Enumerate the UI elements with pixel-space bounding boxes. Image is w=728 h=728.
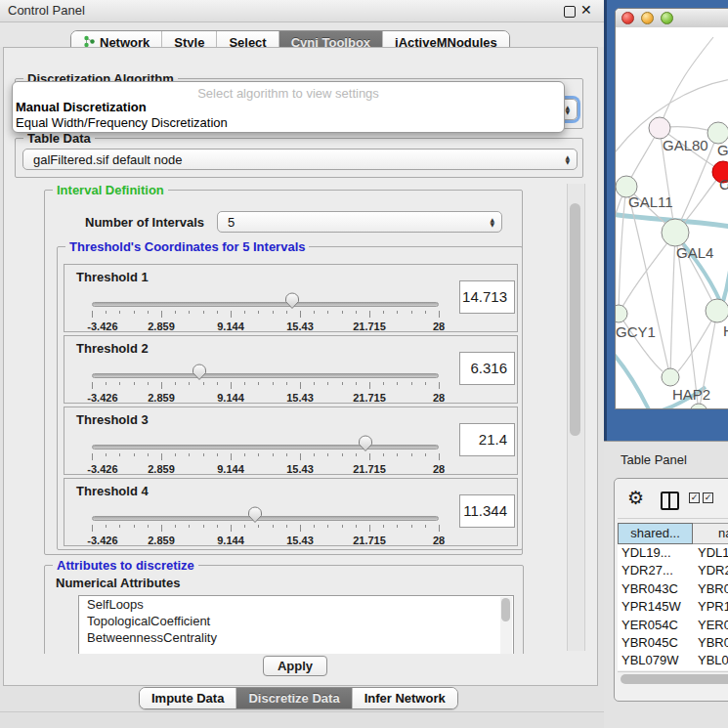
table-row[interactable]: YBR045CYBR0 xyxy=(618,634,728,652)
gear-icon[interactable]: ⚙ xyxy=(627,487,644,508)
slider-tick xyxy=(273,382,274,385)
network-edge xyxy=(619,187,626,314)
threshold-value-field[interactable]: 14.713 xyxy=(459,280,515,314)
network-node[interactable] xyxy=(690,404,707,409)
slider-track[interactable] xyxy=(92,373,439,378)
slider-tick-label: 21.715 xyxy=(353,392,386,404)
table-cell: YDR2 xyxy=(694,562,728,579)
list-scrollbar[interactable] xyxy=(500,597,512,654)
slider-tick-label: 28 xyxy=(433,535,445,546)
threshold-slider[interactable]: -3.4262.8599.14415.4321.71528 xyxy=(92,505,439,544)
dropdown-option-manual-discretization[interactable]: Manual Discretization xyxy=(16,100,147,114)
checkbox-pair-icon[interactable]: ✓✓ xyxy=(689,492,713,503)
slider-tick xyxy=(203,311,204,314)
column-header-shared[interactable]: shared... xyxy=(618,523,693,544)
slider-tick xyxy=(231,382,232,389)
slider-tick-label: 15.43 xyxy=(286,535,314,546)
slider-tick xyxy=(342,525,343,528)
combo-spinner-icon: ▲▼ xyxy=(565,105,570,114)
threshold-slider[interactable]: -3.4262.8599.14415.4321.71528 xyxy=(92,291,439,330)
tab-infer-network[interactable]: Infer Network xyxy=(352,688,457,708)
slider-handle[interactable] xyxy=(284,292,300,310)
column-header-name[interactable]: na xyxy=(693,523,728,544)
threshold-value-field[interactable]: 6.316 xyxy=(459,352,515,385)
attribute-item-topologicalcoefficient[interactable]: TopologicalCoefficient xyxy=(79,613,513,629)
threshold-slider[interactable]: -3.4262.8599.14415.4321.71528 xyxy=(92,363,439,402)
tab-discretize-data[interactable]: Discretize Data xyxy=(236,688,351,708)
table-data-combobox[interactable]: galFiltered.sif default node ▲▼ xyxy=(22,149,578,170)
network-node[interactable] xyxy=(649,117,670,139)
slider-tick xyxy=(342,382,343,385)
thresholds-section: Threshold's Coordinates for 5 Intervals … xyxy=(57,246,523,550)
table-hscrollbar[interactable] xyxy=(618,671,728,687)
slider-tick xyxy=(106,382,107,385)
table-row[interactable]: YER054CYER0 xyxy=(618,617,728,634)
hscrollbar-thumb[interactable] xyxy=(621,674,728,684)
slider-tick xyxy=(286,382,287,385)
minimize-traffic-light-icon[interactable] xyxy=(641,12,654,24)
tab-label: Infer Network xyxy=(364,691,446,706)
slider-tick xyxy=(106,525,107,528)
table-window: ⚙ ✓✓ shared... na YDL19...YDL1YDR27...YD… xyxy=(614,478,728,702)
slider-tick xyxy=(106,311,107,314)
slider-track[interactable] xyxy=(92,302,439,307)
apply-button[interactable]: Apply xyxy=(263,656,327,676)
threshold-value-field[interactable]: 11.344 xyxy=(459,494,515,528)
slider-tick xyxy=(134,525,135,528)
threshold-slider[interactable]: -3.4262.8599.14415.4321.71528 xyxy=(92,434,439,473)
slider-tick-label: 28 xyxy=(433,392,445,404)
column-selector-icon[interactable] xyxy=(661,492,679,510)
slider-tick xyxy=(258,311,259,314)
table-cell: YPR1 xyxy=(694,598,728,616)
slider-tick xyxy=(369,311,370,318)
threshold-value-field[interactable]: 21.4 xyxy=(459,423,515,456)
slider-track[interactable] xyxy=(92,445,439,450)
scrollbar-thumb[interactable] xyxy=(570,203,580,436)
slider-tick xyxy=(314,382,315,385)
slider-track[interactable] xyxy=(92,516,439,521)
table-row[interactable]: YDR27...YDR2 xyxy=(618,562,728,579)
table-row[interactable]: YBL079WYBL0 xyxy=(618,652,728,669)
slider-tick xyxy=(314,525,315,528)
slider-tick xyxy=(92,311,93,318)
network-canvas[interactable]: GAL80GCGAL11GAL4GCY1HHAP2 xyxy=(616,27,728,408)
slider-tick-label: -3.426 xyxy=(87,392,117,404)
slider-handle[interactable] xyxy=(247,506,263,524)
network-node[interactable] xyxy=(616,305,627,322)
slider-tick xyxy=(327,453,328,456)
slider-tick xyxy=(134,453,135,456)
network-node[interactable] xyxy=(706,299,728,322)
tab-impute-data[interactable]: Impute Data xyxy=(140,688,236,708)
slider-handle[interactable] xyxy=(358,435,373,452)
table-row[interactable]: YDL19...YDL1 xyxy=(618,544,728,562)
number-of-intervals-combobox[interactable]: 5 ▲▼ xyxy=(217,211,502,233)
combo-spinner-icon: ▲▼ xyxy=(565,154,570,164)
slider-tick xyxy=(244,311,245,314)
slider-tick xyxy=(148,525,149,528)
close-traffic-light-icon[interactable] xyxy=(621,12,634,24)
slider-tick-label: -3.426 xyxy=(87,463,117,475)
attribute-item-betweennesscentrality[interactable]: BetweennessCentrality xyxy=(79,629,513,646)
table-row[interactable]: YPR145WYPR1 xyxy=(618,598,728,616)
settings-scrollbar[interactable] xyxy=(567,184,585,651)
table-data-section-title: Table Data xyxy=(23,131,95,146)
slider-tick xyxy=(327,311,328,314)
zoom-traffic-light-icon[interactable] xyxy=(661,12,673,24)
close-icon[interactable]: ✕ xyxy=(580,2,592,18)
slider-tick xyxy=(342,311,343,314)
network-node[interactable] xyxy=(662,219,689,246)
slider-tick xyxy=(148,453,149,456)
slider-tick-label: 15.43 xyxy=(286,463,314,475)
slider-tick-label: 9.144 xyxy=(217,392,244,404)
network-node[interactable] xyxy=(662,368,679,386)
table-row[interactable]: YBR043CYBR0 xyxy=(618,580,728,598)
float-window-icon[interactable] xyxy=(564,6,576,18)
network-graph: GAL80GCGAL11GAL4GCY1HHAP2 xyxy=(616,27,728,409)
slider-tick xyxy=(175,382,176,385)
dropdown-option-equal-width-frequency[interactable]: Equal Width/Frequency Discretization xyxy=(16,115,228,130)
numerical-attributes-list[interactable]: SelfLoopsTopologicalCoefficientBetweenne… xyxy=(78,595,514,654)
slider-handle[interactable] xyxy=(192,364,207,381)
network-node[interactable] xyxy=(707,122,728,144)
attribute-item-selfloops[interactable]: SelfLoops xyxy=(79,596,513,613)
table-header-row: shared... na xyxy=(618,523,728,544)
